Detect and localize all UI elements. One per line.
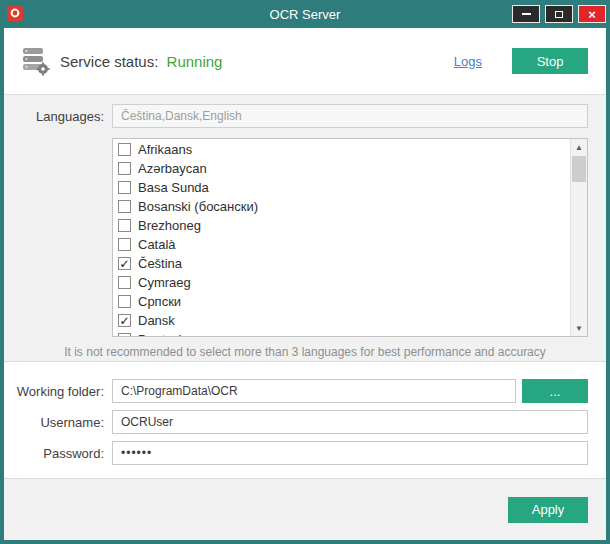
language-label: Српски: [138, 294, 181, 309]
unchecked-checkbox-icon[interactable]: [118, 200, 131, 213]
language-list[interactable]: AfrikaansAzərbaycanBasa SundaBosanski (б…: [112, 138, 588, 337]
languages-label: Languages:: [4, 109, 104, 124]
service-status-bar: Service status: Running Logs Stop: [4, 28, 606, 95]
working-folder-input[interactable]: [112, 379, 516, 403]
language-label: Čeština: [138, 256, 182, 271]
languages-row: Languages:: [4, 104, 606, 128]
minimize-icon: [522, 13, 531, 15]
language-label: Afrikaans: [138, 142, 192, 157]
unchecked-checkbox-icon[interactable]: [118, 143, 131, 156]
server-icon: [20, 46, 50, 76]
footer-bar: Apply: [4, 479, 606, 540]
language-list-item[interactable]: Basa Sunda: [113, 178, 570, 197]
browse-button[interactable]: ...: [522, 379, 588, 403]
stop-button[interactable]: Stop: [512, 48, 588, 74]
scrollbar-thumb[interactable]: [572, 156, 586, 182]
language-list-item[interactable]: Српски: [113, 292, 570, 311]
languages-section: Languages: AfrikaansAzərbaycanBasa Sunda…: [4, 95, 606, 362]
language-label: Deutsch: [138, 332, 186, 337]
language-list-item[interactable]: Afrikaans: [113, 140, 570, 159]
language-list-item[interactable]: Brezhoneg: [113, 216, 570, 235]
language-list-item[interactable]: Azərbaycan: [113, 159, 570, 178]
language-label: Català: [138, 237, 176, 252]
maximize-button[interactable]: [545, 5, 573, 23]
scroll-up-button[interactable]: ▲: [571, 139, 587, 155]
language-list-item[interactable]: Cymraeg: [113, 273, 570, 292]
unchecked-checkbox-icon[interactable]: [118, 238, 131, 251]
username-input[interactable]: [112, 410, 588, 434]
unchecked-checkbox-icon[interactable]: [118, 295, 131, 308]
scroll-up-icon: ▲: [575, 143, 583, 152]
languages-note: It is not recommended to select more tha…: [4, 345, 606, 359]
settings-section: Working folder: ... Username: Password:: [4, 362, 606, 479]
password-input[interactable]: [112, 441, 588, 465]
service-status: Service status: Running: [60, 53, 222, 70]
working-folder-label: Working folder:: [4, 384, 104, 399]
service-status-value: Running: [167, 53, 223, 70]
window-content: Service status: Running Logs Stop Langua…: [4, 28, 606, 540]
language-list-item[interactable]: ✓Čeština: [113, 254, 570, 273]
language-list-scrollbar[interactable]: ▲ ▼: [570, 139, 587, 336]
maximize-icon: [555, 11, 563, 18]
unchecked-checkbox-icon[interactable]: [118, 333, 131, 337]
language-label: Bosanski (босански): [138, 199, 258, 214]
app-icon: [6, 5, 24, 23]
password-label: Password:: [4, 446, 104, 461]
scroll-down-icon: ▼: [575, 324, 583, 333]
unchecked-checkbox-icon[interactable]: [118, 162, 131, 175]
close-button[interactable]: ×: [578, 5, 606, 23]
language-label: Basa Sunda: [138, 180, 209, 195]
language-list-item[interactable]: Català: [113, 235, 570, 254]
scroll-down-button[interactable]: ▼: [571, 320, 587, 336]
language-label: Azərbaycan: [138, 161, 207, 176]
language-list-rows: AfrikaansAzərbaycanBasa SundaBosanski (б…: [113, 140, 570, 337]
working-folder-row: Working folder: ...: [4, 379, 606, 403]
ocr-server-window: OCR Server ×: [0, 0, 610, 544]
language-label: Dansk: [138, 313, 175, 328]
titlebar[interactable]: OCR Server ×: [0, 0, 610, 28]
unchecked-checkbox-icon[interactable]: [118, 219, 131, 232]
language-label: Brezhoneg: [138, 218, 201, 233]
username-row: Username:: [4, 410, 606, 434]
unchecked-checkbox-icon[interactable]: [118, 181, 131, 194]
logs-link[interactable]: Logs: [454, 54, 482, 69]
apply-button[interactable]: Apply: [508, 497, 588, 523]
close-icon: ×: [588, 8, 596, 21]
checked-checkbox-icon[interactable]: ✓: [118, 257, 131, 270]
language-list-item[interactable]: Deutsch: [113, 330, 570, 337]
window-controls: ×: [512, 5, 606, 23]
unchecked-checkbox-icon[interactable]: [118, 276, 131, 289]
service-status-label: Service status:: [60, 53, 158, 70]
language-label: Cymraeg: [138, 275, 191, 290]
checked-checkbox-icon[interactable]: ✓: [118, 314, 131, 327]
minimize-button[interactable]: [512, 5, 540, 23]
language-list-item[interactable]: Bosanski (босански): [113, 197, 570, 216]
password-row: Password:: [4, 441, 606, 465]
language-list-item[interactable]: ✓Dansk: [113, 311, 570, 330]
username-label: Username:: [4, 415, 104, 430]
selected-languages-field[interactable]: [112, 104, 588, 128]
